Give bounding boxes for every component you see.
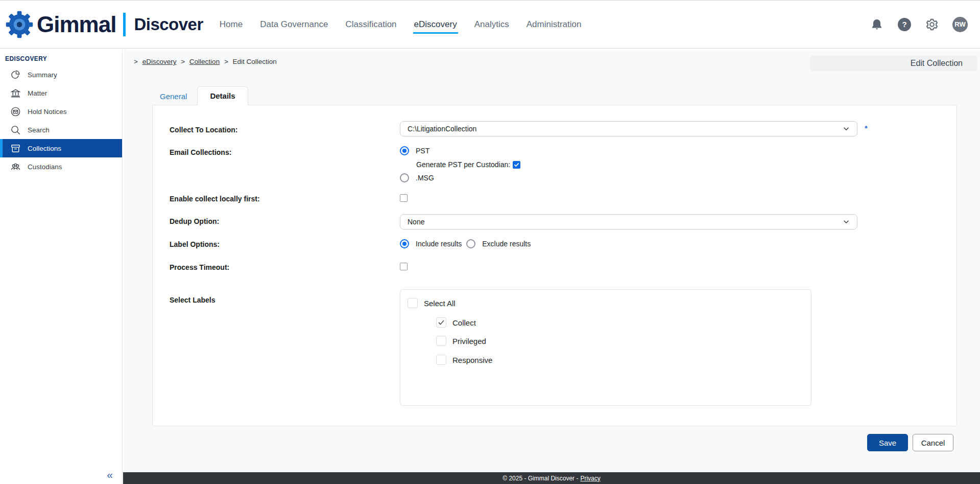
main-content: > eDiscovery > Collection > Edit Collect… xyxy=(123,50,980,484)
collect-to-location-label: Collect To Location: xyxy=(170,126,238,134)
sidebar-item-custodians[interactable]: Custodians xyxy=(0,157,122,176)
footer-copyright: © 2025 - Gimmal Discover - xyxy=(503,475,578,482)
notifications-bell-icon[interactable] xyxy=(870,17,884,32)
sidebar-item-label: Search xyxy=(28,126,50,134)
radio-include-results[interactable] xyxy=(400,239,409,248)
user-avatar[interactable]: RW xyxy=(952,17,968,32)
sidebar-item-collections[interactable]: Collections xyxy=(0,139,122,157)
sidebar-item-label: Summary xyxy=(28,71,57,79)
generate-pst-checkbox[interactable] xyxy=(513,161,520,169)
pie-chart-icon xyxy=(10,70,21,80)
dedup-option-label: Dedup Option: xyxy=(170,217,219,225)
breadcrumb-prefix: > xyxy=(134,58,138,65)
label-item-privileged[interactable]: Privileged xyxy=(436,336,486,346)
brand-separator xyxy=(123,13,126,36)
collect-checkbox[interactable] xyxy=(436,317,446,328)
nav-data-governance[interactable]: Data Governance xyxy=(259,15,329,34)
brand-name: Gimmal xyxy=(37,12,116,37)
required-asterisk: * xyxy=(865,124,868,132)
envelope-circle-icon xyxy=(10,106,21,117)
top-actions: ? RW xyxy=(870,17,968,32)
breadcrumb-link-ediscovery[interactable]: eDiscovery xyxy=(142,58,177,65)
details-form-card: Collect To Location: C:\LitigationCollec… xyxy=(152,105,957,426)
chevron-down-icon xyxy=(843,218,850,225)
sidebar-item-label: Hold Notices xyxy=(28,108,67,116)
sidebar-item-summary[interactable]: Summary xyxy=(0,65,122,84)
tab-details[interactable]: Details xyxy=(197,86,248,105)
breadcrumb: > eDiscovery > Collection > Edit Collect… xyxy=(131,58,277,65)
tab-bar: General Details xyxy=(154,87,248,105)
top-bar: Gimmal Discover Home Data Governance Cla… xyxy=(0,0,980,49)
process-timeout-checkbox[interactable] xyxy=(400,263,408,270)
nav-classification[interactable]: Classification xyxy=(344,15,397,34)
email-option-msg[interactable]: .MSG xyxy=(400,173,434,182)
footer-privacy-link[interactable]: Privacy xyxy=(580,475,600,482)
sidebar-collapse-button[interactable]: « xyxy=(107,469,113,481)
generate-pst-per-custodian-row: Generate PST per Custodian: xyxy=(416,160,520,169)
cancel-button[interactable]: Cancel xyxy=(913,434,953,451)
label-item-text: Privileged xyxy=(452,337,486,345)
tab-general[interactable]: General xyxy=(154,87,193,105)
check-icon xyxy=(438,319,445,326)
nav-administration[interactable]: Administration xyxy=(525,15,583,34)
collect-to-location-select[interactable]: C:\LitigationCollection xyxy=(400,121,857,136)
radio-pst[interactable] xyxy=(400,146,409,155)
select-all-label: Select All xyxy=(424,299,456,308)
radio-include-results-label: Include results xyxy=(416,240,462,248)
enable-collect-locally-label: Enable collect locally first: xyxy=(170,195,260,203)
select-all-row[interactable]: Select All xyxy=(408,298,456,308)
label-item-text: Responsive xyxy=(452,356,492,364)
gimmal-gear-logo-icon xyxy=(5,10,34,39)
sidebar-section-title: EDISCOVERY xyxy=(0,50,122,65)
label-options-row: Include results Exclude results xyxy=(400,239,531,248)
dedup-option-select[interactable]: None xyxy=(400,214,857,229)
privileged-checkbox[interactable] xyxy=(436,336,446,346)
select-labels-panel: Select All Collect Privileged Responsive xyxy=(400,289,811,406)
help-icon[interactable]: ? xyxy=(897,17,912,32)
sidebar-item-label: Custodians xyxy=(28,163,62,171)
check-icon xyxy=(514,162,519,168)
breadcrumb-link-collection[interactable]: Collection xyxy=(189,58,220,65)
settings-gear-icon[interactable] xyxy=(925,17,939,32)
sidebar-item-search[interactable]: Search xyxy=(0,121,122,139)
top-nav: Home Data Governance Classification eDis… xyxy=(219,15,583,34)
page-title: Edit Collection xyxy=(810,56,977,71)
nav-analytics[interactable]: Analytics xyxy=(473,15,510,34)
collect-to-location-value: C:\LitigationCollection xyxy=(408,125,476,133)
sidebar-item-label: Matter xyxy=(28,89,47,97)
archive-box-icon xyxy=(10,143,21,154)
generate-pst-label: Generate PST per Custodian: xyxy=(416,160,510,169)
footer: © 2025 - Gimmal Discover - Privacy xyxy=(123,472,980,484)
chevron-down-icon xyxy=(843,125,850,132)
email-option-pst[interactable]: PST xyxy=(400,146,429,155)
label-options-label: Label Options: xyxy=(170,240,220,248)
search-icon xyxy=(10,125,21,135)
nav-home[interactable]: Home xyxy=(219,15,244,34)
label-item-text: Collect xyxy=(452,318,476,327)
product-name: Discover xyxy=(134,15,203,34)
process-timeout-label: Process Timeout: xyxy=(170,263,229,271)
select-all-checkbox[interactable] xyxy=(408,298,418,308)
save-button[interactable]: Save xyxy=(867,434,908,451)
email-collections-label: Email Collections: xyxy=(170,148,231,156)
label-item-responsive[interactable]: Responsive xyxy=(436,355,492,365)
sidebar-item-matter[interactable]: Matter xyxy=(0,84,122,102)
radio-msg[interactable] xyxy=(400,173,409,182)
breadcrumb-separator: > xyxy=(181,58,185,65)
sidebar-item-hold-notices[interactable]: Hold Notices xyxy=(0,102,122,121)
radio-exclude-results[interactable] xyxy=(466,239,475,248)
label-item-collect[interactable]: Collect xyxy=(436,317,476,328)
sidebar-item-label: Collections xyxy=(28,145,61,152)
dedup-option-value: None xyxy=(408,218,424,226)
people-icon xyxy=(10,162,21,172)
radio-exclude-results-label: Exclude results xyxy=(482,240,531,248)
enable-collect-locally-checkbox[interactable] xyxy=(400,194,408,202)
select-labels-label: Select Labels xyxy=(170,296,216,304)
sidebar: EDISCOVERY Summary Matter Hold Notices S… xyxy=(0,50,123,484)
app-logo[interactable]: Gimmal Discover xyxy=(5,10,203,39)
responsive-checkbox[interactable] xyxy=(436,355,446,365)
bank-icon xyxy=(10,88,21,99)
radio-msg-label: .MSG xyxy=(416,174,434,182)
nav-ediscovery[interactable]: eDiscovery xyxy=(413,15,458,34)
breadcrumb-separator: > xyxy=(224,58,228,65)
